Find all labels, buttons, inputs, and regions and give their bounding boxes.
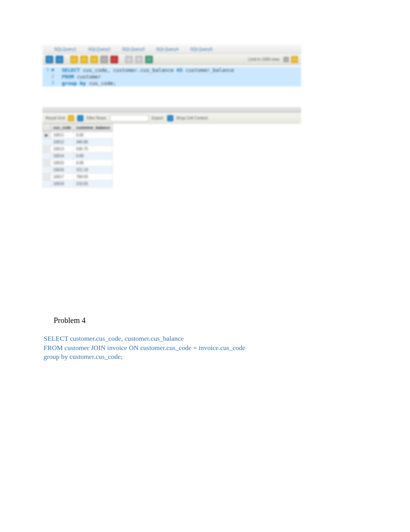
col-customer-balance[interactable]: customer_balance <box>74 124 113 132</box>
table-cell: 216.55 <box>74 180 113 187</box>
row-marker <box>43 139 51 146</box>
filter-icon[interactable] <box>77 115 83 121</box>
sql-tool-screenshot: SQLQuery1 SQLQuery2 SQLQuery3 SQLQuery4 … <box>42 44 301 187</box>
table-row[interactable]: ▶100110.00 <box>43 132 113 139</box>
document-text: Problem 4 SELECT customer.cus_code, cust… <box>44 316 337 362</box>
rollback-icon[interactable] <box>135 56 143 63</box>
sql-text-line2: FROM customer JOIN invoice ON customer.c… <box>44 343 337 353</box>
table-cell: 0.00 <box>74 153 113 160</box>
sql-line: 1 ●SELECT cus_code, customer.cus_balance… <box>42 67 301 73</box>
row-marker-header <box>43 124 51 132</box>
wrap-cell-label: Wrap Cell Content <box>176 116 208 120</box>
line-content: FROM customer <box>62 74 301 80</box>
tab-query4[interactable]: SQLQuery4 <box>156 47 178 51</box>
row-marker <box>43 146 51 153</box>
line-content: group by cus_code; <box>62 80 301 86</box>
table-cell: 10016 <box>51 167 74 173</box>
tab-query3[interactable]: SQLQuery3 <box>122 47 144 51</box>
open-icon[interactable] <box>46 56 53 63</box>
filter-rows-label: Filter Rows: <box>86 116 107 120</box>
col-cus-code[interactable]: cus_code <box>51 124 74 132</box>
table-row[interactable]: 10012345.86 <box>43 139 113 146</box>
table-cell: 221.19 <box>74 167 113 173</box>
grid-icon[interactable] <box>68 115 74 121</box>
sql-editor[interactable]: 1 ●SELECT cus_code, customer.cus_balance… <box>42 65 301 88</box>
tab-query1[interactable]: SQLQuery1 <box>54 47 76 51</box>
commit-icon[interactable] <box>125 56 133 63</box>
table-cell: 536.75 <box>74 146 113 153</box>
tab-query5[interactable]: SQLQuery5 <box>190 47 212 51</box>
result-grid-label: Result Grid <box>46 116 65 120</box>
table-cell: 10014 <box>51 153 74 160</box>
table-row[interactable]: 10016221.19 <box>43 167 113 173</box>
line-number: 3 <box>42 80 62 86</box>
line-number: 1 ● <box>42 67 62 73</box>
sql-line: 2FROM customer <box>42 73 301 80</box>
table-cell: 10015 <box>51 160 74 167</box>
sql-text-line3: group by customer.cus_code; <box>44 352 337 362</box>
row-marker <box>43 153 51 160</box>
sql-line: 3group by cus_code; <box>42 80 301 87</box>
table-row[interactable]: 10017768.93 <box>43 173 113 180</box>
row-marker <box>43 180 51 187</box>
sql-text-line1: SELECT customer.cus_code, customer.cus_b… <box>44 334 337 343</box>
row-marker: ▶ <box>43 132 51 139</box>
line-content: SELECT cus_code, customer.cus_balance AS… <box>62 67 301 73</box>
export-icon[interactable] <box>167 115 173 121</box>
cancel-icon[interactable] <box>110 56 118 63</box>
table-row[interactable]: 10013536.75 <box>43 146 113 153</box>
explain-icon[interactable] <box>90 56 98 63</box>
table-cell: 0.00 <box>74 132 113 139</box>
table-cell: 768.93 <box>74 173 113 180</box>
limit-label: Limit to 1000 rows <box>248 57 280 61</box>
table-cell: 10018 <box>51 180 74 187</box>
results-table: cus_code customer_balance ▶100110.001001… <box>42 124 113 187</box>
problem-heading: Problem 4 <box>54 316 337 325</box>
table-cell: 10012 <box>51 139 74 146</box>
tab-query2[interactable]: SQLQuery2 <box>88 47 110 51</box>
execute-current-icon[interactable] <box>80 56 88 63</box>
table-cell: 0.00 <box>74 160 113 167</box>
table-row[interactable]: 10018216.55 <box>43 180 113 187</box>
table-row[interactable]: 100150.00 <box>43 160 113 167</box>
table-cell: 10017 <box>51 173 74 180</box>
results-divider <box>42 107 301 113</box>
export-label: Export: <box>152 116 164 120</box>
table-cell: 10011 <box>51 132 74 139</box>
results-toolbar: Result Grid Filter Rows: Export: Wrap Ce… <box>42 113 301 124</box>
save-icon[interactable] <box>56 56 63 63</box>
table-cell: 10013 <box>51 146 74 153</box>
dropdown-icon[interactable] <box>283 57 289 62</box>
row-marker <box>43 167 51 173</box>
row-marker <box>43 160 51 167</box>
autocommit-icon[interactable] <box>145 56 153 63</box>
editor-toolbar: Limit to 1000 rows <box>42 54 301 65</box>
line-number: 2 <box>42 74 62 80</box>
table-row[interactable]: 100140.00 <box>43 153 113 160</box>
beautify-icon[interactable] <box>291 56 298 63</box>
filter-rows-input[interactable] <box>110 115 149 122</box>
query-tabs-bar: SQLQuery1 SQLQuery2 SQLQuery3 SQLQuery4 … <box>42 44 301 54</box>
table-cell: 345.86 <box>74 139 113 146</box>
stop-icon[interactable] <box>100 56 108 63</box>
execute-icon[interactable] <box>70 56 78 63</box>
row-marker <box>43 173 51 180</box>
